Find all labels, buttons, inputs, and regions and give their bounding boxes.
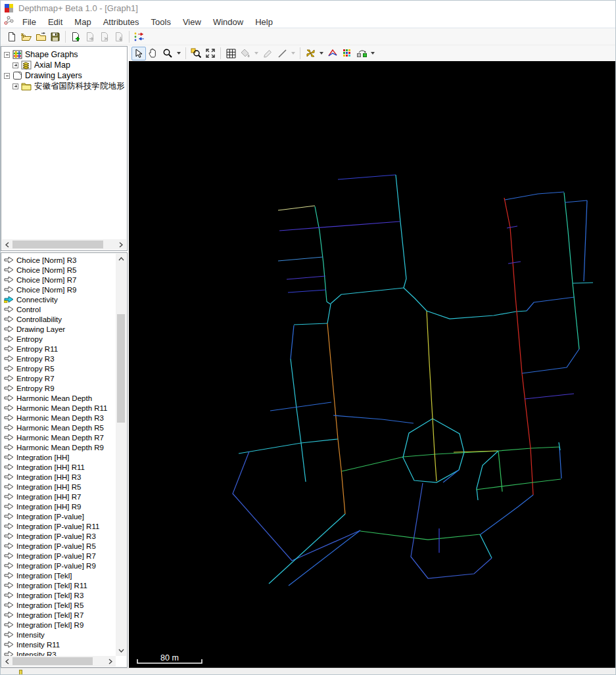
- attribute-item[interactable]: Integration [P-value] R9: [2, 561, 117, 570]
- attribute-item[interactable]: Integration [HH] R11: [2, 462, 117, 472]
- pixel-grid-button[interactable]: [340, 47, 354, 60]
- scroll-right-icon[interactable]: [105, 656, 116, 666]
- attribute-item[interactable]: Integration [P-value] R7: [2, 551, 117, 561]
- attribute-vertical-scrollbar[interactable]: [116, 254, 126, 656]
- fit-extents-button[interactable]: [203, 47, 218, 60]
- axial-tools-button[interactable]: [303, 47, 318, 60]
- scroll-thumb[interactable]: [12, 657, 93, 665]
- attribute-item[interactable]: Intensity R11: [2, 640, 117, 649]
- menu-item[interactable]: Tools: [145, 16, 177, 28]
- axial-line[interactable]: [291, 359, 306, 482]
- attribute-item[interactable]: Intensity R3: [2, 649, 117, 656]
- axial-graph-button[interactable]: [325, 47, 340, 60]
- axial-line[interactable]: [404, 288, 527, 319]
- pencil-button[interactable]: [260, 47, 275, 60]
- attribute-item[interactable]: Integration [Tekl] R5: [2, 600, 117, 610]
- attribute-item[interactable]: Choice [Norm] R3: [2, 255, 117, 265]
- attribute-item[interactable]: Integration [P-value] R3: [2, 531, 117, 541]
- attribute-horizontal-scrollbar[interactable]: [2, 656, 116, 666]
- axial-line[interactable]: [480, 534, 492, 558]
- axial-line[interactable]: [288, 290, 326, 292]
- update-column-button[interactable]: [83, 30, 97, 43]
- axial-line[interactable]: [291, 325, 294, 359]
- axial-line[interactable]: [525, 394, 574, 399]
- tree-item[interactable]: Axial Map: [1, 60, 126, 70]
- attribute-item[interactable]: Entropy: [2, 334, 117, 344]
- attribute-item[interactable]: Entropy R11: [2, 344, 117, 354]
- axial-line[interactable]: [294, 323, 327, 325]
- axial-line[interactable]: [508, 262, 521, 264]
- collapse-icon[interactable]: [4, 52, 10, 58]
- axial-line[interactable]: [443, 470, 459, 482]
- axial-line[interactable]: [289, 530, 360, 586]
- axial-line[interactable]: [427, 311, 437, 481]
- scroll-down-icon[interactable]: [116, 645, 126, 656]
- axial-line[interactable]: [573, 283, 593, 283]
- axial-line[interactable]: [333, 415, 414, 423]
- axial-line[interactable]: [477, 451, 498, 500]
- axial-line[interactable]: [270, 402, 331, 411]
- scroll-thumb[interactable]: [12, 241, 103, 248]
- attribute-item[interactable]: Choice [Norm] R5: [2, 265, 117, 275]
- axial-line[interactable]: [507, 226, 517, 228]
- step-link-button[interactable]: [354, 47, 369, 60]
- axial-line[interactable]: [498, 451, 502, 492]
- axial-line[interactable]: [476, 479, 561, 490]
- attribute-item[interactable]: Integration [HH] R5: [2, 482, 117, 492]
- map-canvas[interactable]: 80 m: [129, 61, 616, 668]
- axial-line[interactable]: [278, 257, 323, 261]
- attribute-item[interactable]: Control: [2, 304, 117, 314]
- attribute-item[interactable]: Intensity: [2, 630, 117, 640]
- attribute-item[interactable]: Integration [HH]: [2, 452, 117, 462]
- attribute-item[interactable]: Integration [P-value] R5: [2, 541, 117, 551]
- pan-button[interactable]: [146, 47, 160, 60]
- attribute-item[interactable]: Harmonic Mean Depth R3: [2, 413, 117, 423]
- attribute-item[interactable]: Integration [Tekl]: [2, 570, 117, 580]
- fill-button[interactable]: [238, 47, 252, 60]
- zoom-region-button[interactable]: [189, 47, 203, 60]
- menu-item[interactable]: Edit: [42, 16, 68, 28]
- menu-item[interactable]: Help: [249, 16, 279, 28]
- scroll-thumb[interactable]: [117, 314, 125, 423]
- push-column-button[interactable]: [112, 30, 126, 43]
- import-button[interactable]: [34, 30, 48, 43]
- axial-line[interactable]: [481, 495, 533, 534]
- axial-line[interactable]: [411, 483, 492, 578]
- attribute-item[interactable]: Entropy R9: [2, 383, 117, 393]
- scroll-left-icon[interactable]: [2, 239, 12, 250]
- zoom-dropdown-caret[interactable]: [177, 52, 181, 55]
- scroll-right-icon[interactable]: [116, 239, 126, 250]
- axial-line[interactable]: [565, 200, 587, 202]
- scroll-up-icon[interactable]: [116, 254, 126, 264]
- menu-item[interactable]: Window: [207, 16, 249, 28]
- axial-line[interactable]: [522, 349, 579, 373]
- axial-line[interactable]: [505, 192, 564, 200]
- menu-item[interactable]: View: [177, 16, 207, 28]
- axial-line[interactable]: [573, 283, 579, 349]
- menu-item[interactable]: File: [16, 16, 42, 28]
- axial-line[interactable]: [327, 302, 331, 323]
- new-file-button[interactable]: [5, 30, 19, 43]
- open-file-button[interactable]: [19, 30, 34, 43]
- axial-dropdown-caret[interactable]: [320, 52, 323, 55]
- tree-item[interactable]: Drawing Layers: [1, 70, 126, 81]
- axial-line[interactable]: [338, 175, 396, 179]
- axial-line[interactable]: [278, 206, 315, 210]
- remove-column-button[interactable]: [97, 30, 112, 43]
- axial-line[interactable]: [269, 514, 345, 584]
- attribute-item[interactable]: Integration [Tekl] R7: [2, 610, 117, 620]
- axial-line[interactable]: [584, 200, 587, 281]
- attribute-item[interactable]: Integration [Tekl] R9: [2, 620, 117, 630]
- collapse-icon[interactable]: [4, 73, 10, 79]
- axial-line[interactable]: [287, 276, 325, 279]
- axial-line[interactable]: [559, 447, 561, 478]
- save-button[interactable]: [48, 30, 62, 43]
- axial-line[interactable]: [327, 323, 345, 514]
- attribute-item[interactable]: Integration [HH] R9: [2, 501, 117, 511]
- axial-line[interactable]: [279, 221, 400, 231]
- attribute-item[interactable]: Harmonic Mean Depth: [2, 393, 117, 403]
- axial-line[interactable]: [564, 193, 573, 283]
- attribute-item[interactable]: Integration [HH] R3: [2, 472, 117, 482]
- link-columns-button[interactable]: [132, 30, 147, 43]
- attribute-item[interactable]: Harmonic Mean Depth R9: [2, 442, 117, 452]
